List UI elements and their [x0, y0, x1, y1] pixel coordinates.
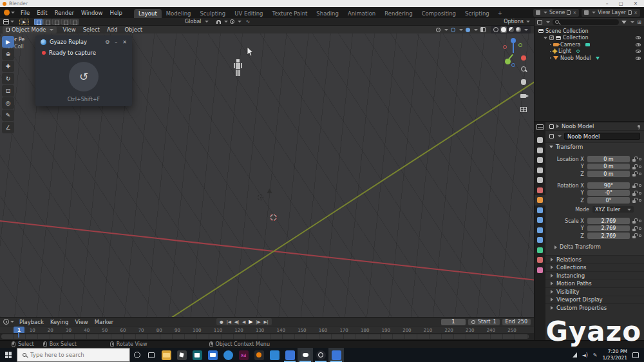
- visibility-eye-icon[interactable]: [636, 57, 641, 60]
- camera-view-icon[interactable]: [519, 91, 527, 100]
- close-button[interactable]: ✕: [634, 1, 638, 6]
- properties-tab[interactable]: [535, 186, 545, 196]
- options-label[interactable]: Options: [504, 19, 524, 24]
- current-frame-field[interactable]: 1: [441, 319, 466, 325]
- collapsed-section[interactable]: Visibility: [545, 287, 644, 296]
- lock-icon[interactable]: [632, 171, 636, 176]
- outliner-item-label[interactable]: Camera: [560, 42, 580, 48]
- timeline-menu-item[interactable]: View: [75, 319, 88, 325]
- section-label[interactable]: Visibility: [556, 289, 580, 295]
- visibility-eye-icon[interactable]: [636, 43, 641, 46]
- taskbar-app-button[interactable]: [205, 348, 220, 362]
- taskbar-app-button[interactable]: [174, 348, 189, 362]
- lock-icon[interactable]: [632, 198, 636, 203]
- lock-icon[interactable]: [632, 218, 636, 224]
- pan-hand-icon[interactable]: [519, 78, 527, 86]
- select-mode-invert[interactable]: [61, 19, 70, 25]
- menu-item[interactable]: File: [21, 10, 30, 16]
- tool-button[interactable]: ⊕: [2, 48, 14, 60]
- timeline-menu-item[interactable]: Keying: [50, 319, 69, 325]
- taskbar-app-button[interactable]: [158, 348, 174, 362]
- action-center-icon[interactable]: [632, 352, 639, 358]
- material-shading-icon[interactable]: [509, 27, 514, 32]
- viewport-menu-item[interactable]: Select: [83, 26, 100, 33]
- properties-tab[interactable]: [535, 135, 545, 146]
- taskbar-search[interactable]: [17, 348, 130, 362]
- keyframe-dot-icon[interactable]: [639, 199, 641, 202]
- properties-tab[interactable]: [535, 155, 545, 166]
- viewport-menu-item[interactable]: Object: [124, 26, 142, 33]
- orientation-value[interactable]: Global: [185, 19, 202, 24]
- taskbar-app-button[interactable]: [189, 348, 205, 362]
- tool-button[interactable]: ✚: [2, 61, 14, 72]
- maximize-button[interactable]: ▢: [619, 1, 623, 6]
- interaction-mode-dropdown[interactable]: Object Mode: [3, 26, 57, 33]
- outliner-item-label[interactable]: Noob Model: [560, 55, 591, 61]
- playback-button[interactable]: ▶: [249, 319, 252, 325]
- new-scene-icon[interactable]: [567, 10, 571, 15]
- properties-tab[interactable]: [535, 146, 545, 156]
- object-name-field[interactable]: [564, 133, 640, 140]
- properties-tab[interactable]: [535, 255, 545, 265]
- checkbox-icon[interactable]: [549, 35, 554, 40]
- properties-tab[interactable]: [535, 205, 545, 216]
- keyframe-dot-icon[interactable]: [639, 227, 641, 230]
- outliner-item[interactable]: Collection: [535, 35, 644, 42]
- noob-model-object[interactable]: [234, 59, 243, 77]
- replay-capture-button[interactable]: ↻: [69, 62, 99, 91]
- new-view-layer-icon[interactable]: [628, 10, 632, 15]
- remove-view-layer-icon[interactable]: ✕: [634, 10, 638, 15]
- taskbar-app-button[interactable]: [251, 348, 267, 362]
- properties-tab[interactable]: [535, 175, 545, 186]
- section-label[interactable]: Motion Paths: [556, 280, 592, 287]
- playback-button[interactable]: ◀|: [234, 319, 239, 325]
- field-value[interactable]: 0 m: [587, 164, 630, 170]
- timeline-menu-item[interactable]: Playback: [19, 319, 44, 325]
- keyframe-dot-icon[interactable]: [639, 158, 641, 160]
- playback-button[interactable]: |◀: [227, 319, 231, 325]
- solid-shading-active[interactable]: [500, 26, 507, 33]
- tool-button[interactable]: ▶: [2, 36, 14, 48]
- gyazo-replay-window[interactable]: Gyazo Replay ⚙ – ✕ Ready to capture ↻ Ct…: [35, 35, 132, 106]
- xray-toggle-icon[interactable]: [480, 27, 486, 32]
- properties-tab[interactable]: [535, 225, 545, 236]
- add-workspace-button[interactable]: +: [494, 10, 506, 16]
- lock-icon[interactable]: [632, 226, 636, 231]
- timeline-scrollbar[interactable]: [1, 334, 529, 339]
- menu-item[interactable]: Window: [81, 10, 103, 16]
- taskbar-app-button[interactable]: [313, 348, 328, 362]
- taskbar-app-button[interactable]: [267, 348, 282, 362]
- properties-tab[interactable]: [535, 195, 545, 205]
- gizmo-y-neg-axis[interactable]: [518, 43, 522, 47]
- volume-icon[interactable]: ◄): [582, 352, 588, 358]
- collapsed-section[interactable]: Relations: [545, 255, 644, 263]
- proportional-falloff-icon[interactable]: ∿: [246, 19, 251, 24]
- workspace-tab[interactable]: Compositing: [417, 9, 460, 19]
- overlays-toggle-icon[interactable]: [466, 28, 470, 32]
- outliner-display-mode-icon[interactable]: [537, 20, 542, 24]
- delta-transform-label[interactable]: Delta Transform: [560, 244, 601, 250]
- navigation-gizmo[interactable]: [500, 37, 527, 68]
- snap-magnet-icon[interactable]: [216, 20, 221, 24]
- taskbar-app-button[interactable]: [236, 348, 251, 362]
- pen-icon[interactable]: ✎: [593, 352, 598, 358]
- taskbar-app-button[interactable]: [298, 348, 313, 362]
- outliner-search-input[interactable]: [553, 19, 619, 25]
- gizmo-x-axis[interactable]: [521, 55, 526, 61]
- view-layer-name[interactable]: View Layer: [598, 10, 626, 15]
- tool-button[interactable]: ◎: [2, 97, 14, 109]
- workspace-tab[interactable]: Sculpting: [195, 9, 230, 19]
- expander-icon[interactable]: [550, 44, 551, 45]
- keyframe-dot-icon[interactable]: [639, 173, 641, 175]
- outliner-item[interactable]: Noob Model: [535, 55, 644, 62]
- expander-icon[interactable]: [544, 37, 547, 39]
- section-label[interactable]: Relations: [556, 256, 582, 263]
- transform-panel-header[interactable]: Transform: [545, 143, 644, 151]
- collapsed-section[interactable]: Motion Paths: [545, 280, 644, 288]
- search-input[interactable]: [30, 352, 114, 358]
- workspace-tab[interactable]: UV Editing: [230, 9, 267, 19]
- end-frame-box[interactable]: End 250: [502, 319, 531, 325]
- taskbar-app-button[interactable]: [328, 348, 344, 362]
- menu-item[interactable]: Edit: [37, 10, 47, 16]
- transform-orientation-dropdown[interactable]: Global: [185, 19, 209, 24]
